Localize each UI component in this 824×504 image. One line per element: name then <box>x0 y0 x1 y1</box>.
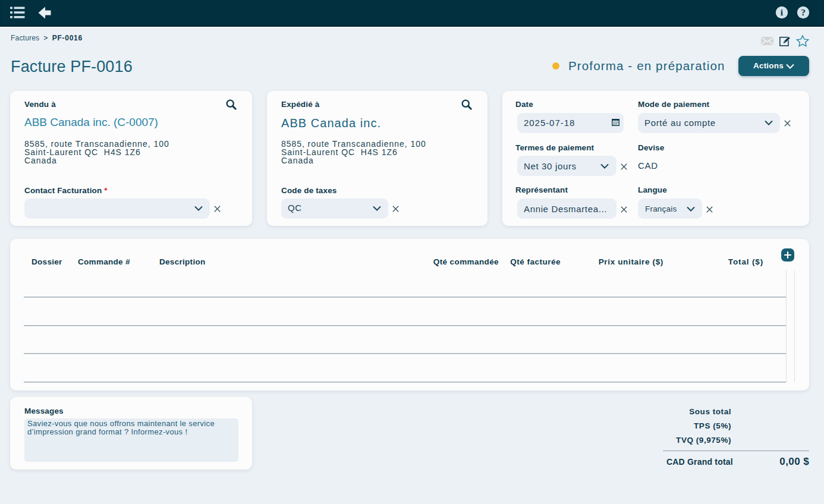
svg-text:i: i <box>781 7 784 17</box>
svg-text:?: ? <box>801 7 806 17</box>
